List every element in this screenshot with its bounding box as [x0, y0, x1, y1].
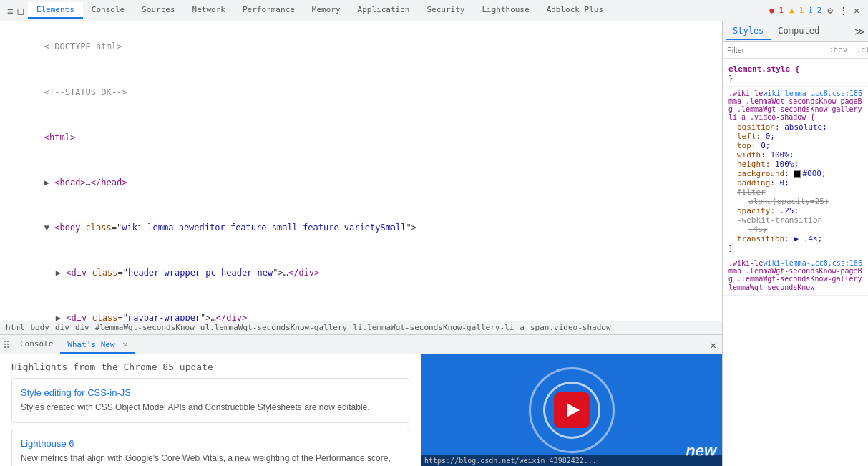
tab-computed[interactable]: Computed	[771, 23, 826, 40]
dom-line[interactable]: <html>	[0, 115, 722, 160]
dom-tree[interactable]: <!DOCTYPE html> <!--STATUS OK--> <html> …	[0, 21, 722, 321]
devtools-icons: ≡ □	[3, 5, 28, 16]
expand-arrow[interactable]: ▶	[56, 268, 66, 278]
rule-closing: }	[728, 243, 862, 253]
breadcrumb-item[interactable]: html	[6, 323, 25, 332]
feature-title[interactable]: Lighthouse 6	[21, 438, 400, 449]
drag-handle[interactable]: ⠿	[3, 339, 10, 351]
video-circle-inner	[543, 382, 600, 439]
expand-arrow[interactable]: ▶	[56, 313, 66, 321]
css-property: width: 100%;	[737, 150, 862, 160]
tab-sources[interactable]: Sources	[133, 2, 183, 19]
doctype-text: <!DOCTYPE html>	[44, 42, 122, 52]
rule-header: wiki-lemma-…cc8.css:186 .wiki-lemma .lem…	[728, 89, 862, 121]
tab-memory[interactable]: Memory	[303, 2, 349, 19]
play-icon	[567, 403, 580, 417]
play-button[interactable]	[554, 392, 590, 428]
whats-new-header: Highlights from the Chrome 85 update	[11, 354, 409, 378]
style-rule-element: element.style { }	[723, 62, 868, 87]
breadcrumb-item[interactable]: #lemmaWgt-secondsKnow	[95, 323, 195, 332]
error-badge: ● 1	[769, 6, 784, 15]
whats-new-panel: Highlights from the Chrome 85 update Sty…	[0, 354, 421, 466]
styles-panel: Styles Computed ≫ :hov .cls + element.st…	[723, 21, 868, 466]
bottom-tab-whatsnew[interactable]: What's New ✕	[60, 336, 135, 354]
bottom-content: Highlights from the Chrome 85 update Sty…	[0, 354, 722, 466]
video-thumbnail[interactable]: new https://blog.csdn.net/weixin_4398242…	[421, 354, 722, 466]
inspect-icon[interactable]: □	[17, 5, 23, 16]
rule-properties: position: absolute; left: 0; top: 0; wid…	[728, 122, 862, 243]
cls-button[interactable]: .cls	[854, 44, 869, 56]
breadcrumb-item[interactable]: span.video-shadow	[530, 323, 611, 332]
breadcrumb-item[interactable]: body	[31, 323, 50, 332]
more-icon[interactable]: ⋮	[839, 5, 848, 16]
rule-header: wiki-lemma-…cc8.css:186 .wiki-lemma .lem…	[728, 259, 862, 292]
tab-lighthouse[interactable]: Lighthouse	[473, 2, 537, 19]
css-property: left: 0;	[737, 132, 862, 141]
styles-filter-input[interactable]	[727, 46, 826, 54]
dom-line[interactable]: <!--STATUS OK-->	[0, 69, 722, 115]
close-bottom-panel-button[interactable]: ✕	[711, 339, 719, 351]
video-thumbnail-container: new https://blog.csdn.net/weixin_4398242…	[421, 354, 722, 466]
breadcrumb-item[interactable]: li.lemmaWgt-secondsKnow-gallery-li	[353, 323, 514, 332]
dom-line[interactable]: ▶ <head>…</head>	[0, 160, 722, 205]
dom-panel: <!DOCTYPE html> <!--STATUS OK--> <html> …	[0, 21, 723, 466]
top-tab-bar: ≡ □ Elements Console Sources Network Per…	[0, 0, 868, 21]
css-property: background: #000;	[737, 169, 862, 178]
hov-button[interactable]: :hov	[826, 44, 851, 56]
bottom-tabs-bar: ⠿ Console What's New ✕ ✕	[0, 334, 722, 354]
settings-icon[interactable]: ⚙	[827, 5, 833, 16]
tab-adblock[interactable]: Adblock Plus	[538, 2, 612, 19]
tab-styles[interactable]: Styles	[726, 23, 771, 40]
bottom-panels: ⠿ Console What's New ✕ ✕ Highlights from…	[0, 334, 722, 466]
breadcrumb-item[interactable]: a	[520, 323, 525, 332]
css-property: transition: ▶ .4s;	[737, 234, 862, 243]
expand-arrow[interactable]: ▼	[44, 223, 54, 233]
color-swatch[interactable]	[794, 170, 801, 178]
breadcrumb-item[interactable]: ul.lemmaWgt-secondsKnow-gallery	[200, 323, 347, 332]
feature-desc: Styles created with CSS Object Model API…	[21, 401, 400, 414]
css-property: filter	[737, 188, 862, 197]
feature-title[interactable]: Style editing for CSS-in-JS	[21, 387, 400, 398]
hamburger-icon[interactable]: ≡	[7, 5, 13, 16]
video-circle-outer	[529, 367, 615, 453]
tab-security[interactable]: Security	[418, 2, 473, 19]
status-comment: <!--STATUS OK-->	[44, 87, 127, 97]
tab-bar-right: ● 1 ▲ 1 ℹ 2 ⚙ ⋮ ✕	[769, 5, 865, 16]
tab-console[interactable]: Console	[83, 2, 133, 19]
rule-closing: }	[728, 74, 862, 83]
dom-line[interactable]: ▶ <div class="header-wrapper pc-header-n…	[0, 251, 722, 296]
bottom-tab-console[interactable]: Console	[13, 336, 60, 353]
feature-card: Style editing for CSS-in-JS Styles creat…	[11, 378, 409, 423]
dom-line[interactable]: ▼ <body class="wiki-lemma neweditor feat…	[0, 205, 722, 251]
dom-line[interactable]: <!DOCTYPE html>	[0, 24, 722, 69]
css-property: top: 0;	[737, 141, 862, 150]
tab-performance[interactable]: Performance	[234, 2, 303, 19]
breadcrumb-item[interactable]: div	[75, 323, 89, 332]
tab-application[interactable]: Application	[349, 2, 419, 19]
filter-bar: :hov .cls +	[723, 42, 868, 59]
main-container: <!DOCTYPE html> <!--STATUS OK--> <html> …	[0, 21, 868, 466]
warning-badge: ▲ 1	[789, 6, 804, 15]
styles-content: element.style { } wiki-lemma-…cc8.css:18…	[723, 59, 868, 466]
css-property: height: 100%;	[737, 160, 862, 169]
css-property: -webkit-transition	[737, 215, 862, 225]
rule-source[interactable]: wiki-lemma-…cc8.css:186	[764, 89, 862, 97]
styles-more-icon[interactable]: ≫	[854, 26, 865, 37]
whats-new-content[interactable]: Highlights from the Chrome 85 update Sty…	[0, 354, 421, 466]
breadcrumb-item[interactable]: div	[55, 323, 69, 332]
feature-desc: New metrics that align with Google's Cor…	[21, 452, 400, 466]
css-property: padding: 0;	[737, 178, 862, 188]
close-icon[interactable]: ✕	[854, 5, 859, 16]
tab-network[interactable]: Network	[184, 2, 234, 19]
tab-elements[interactable]: Elements	[28, 2, 83, 19]
video-url-bar: https://blog.csdn.net/weixin_43982422...	[421, 455, 722, 466]
css-property: opacity: .25;	[737, 206, 862, 215]
close-whatsnew-button[interactable]: ✕	[122, 339, 127, 349]
css-property: .4s;	[737, 225, 862, 234]
style-rule-gallery: wiki-lemma-…cc8.css:186 .wiki-lemma .lem…	[723, 256, 868, 296]
filter-actions: :hov .cls	[826, 44, 868, 56]
dom-line[interactable]: ▶ <div class="navbar-wrapper">…</div>	[0, 296, 722, 321]
styles-tabs: Styles Computed ≫	[723, 21, 868, 42]
expand-arrow[interactable]: ▶	[44, 178, 54, 188]
rule-source-2[interactable]: wiki-lemma-…cc8.css:186	[764, 259, 862, 267]
